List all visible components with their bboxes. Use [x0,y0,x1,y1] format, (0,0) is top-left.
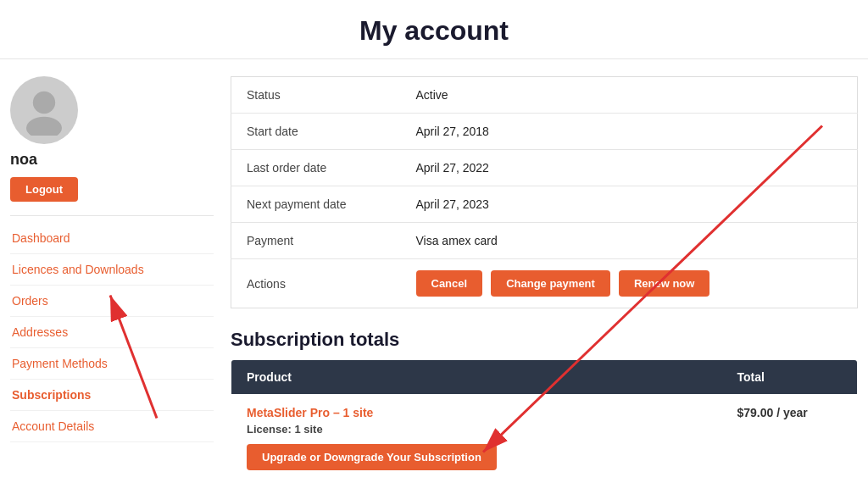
logout-button[interactable]: Logout [10,177,78,202]
license-label: License: [247,423,292,436]
value-last-order: April 27, 2022 [401,150,858,186]
svg-point-0 [33,92,55,114]
table-row: Last order date April 27, 2022 [231,150,858,186]
actions-cell: Cancel Change payment Renew now [401,259,858,308]
main-content: Status Active Start date April 27, 2018 … [231,76,858,483]
subscription-totals-table: Product Total MetaSlider Pro – 1 site Li… [231,359,858,483]
sidebar-item-subscriptions[interactable]: Subscriptions [10,380,214,411]
sidebar-link-payment-methods[interactable]: Payment Methods [10,348,214,379]
sidebar: noa Logout Dashboard Licences and Downlo… [10,76,214,483]
product-cell: MetaSlider Pro – 1 site License: 1 site … [231,394,722,483]
svg-point-1 [26,117,62,136]
label-status: Status [231,77,401,114]
col-header-product: Product [231,360,722,395]
sidebar-item-payment-methods[interactable]: Payment Methods [10,348,214,380]
col-header-total: Total [722,360,858,395]
sidebar-item-addresses[interactable]: Addresses [10,317,214,348]
sidebar-navigation: Dashboard Licences and Downloads Orders … [10,215,214,442]
table-row: Next payment date April 27, 2023 [231,186,858,223]
renew-now-button[interactable]: Renew now [619,270,710,297]
subscription-totals-heading: Subscription totals [231,329,858,351]
username-label: noa [10,151,37,169]
sidebar-item-licences[interactable]: Licences and Downloads [10,254,214,286]
product-license: License: 1 site [247,423,707,436]
table-row: Start date April 27, 2018 [231,114,858,150]
value-status: Active [401,77,858,114]
sidebar-link-licences[interactable]: Licences and Downloads [10,254,214,285]
sidebar-item-account-details[interactable]: Account Details [10,411,214,442]
sidebar-item-dashboard[interactable]: Dashboard [10,223,214,254]
table-header-row: Product Total [231,360,858,395]
label-actions: Actions [231,259,401,308]
user-icon [19,85,70,136]
label-payment: Payment [231,223,401,259]
avatar [10,76,78,144]
sidebar-link-account-details[interactable]: Account Details [10,411,214,441]
value-start-date: April 27, 2018 [401,114,858,150]
product-name: MetaSlider Pro – 1 site [247,406,707,419]
cancel-button[interactable]: Cancel [416,270,483,297]
value-payment: Visa amex card [401,223,858,259]
subscription-info-table: Status Active Start date April 27, 2018 … [231,76,858,308]
sidebar-link-subscriptions[interactable]: Subscriptions [10,380,214,410]
subscription-product-row: MetaSlider Pro – 1 site License: 1 site … [231,394,858,483]
label-start-date: Start date [231,114,401,150]
subscription-totals-section: Subscription totals Product Total MetaSl… [231,329,858,483]
table-row-actions: Actions Cancel Change payment Renew now [231,259,858,308]
label-last-order: Last order date [231,150,401,186]
license-value: 1 site [294,423,322,436]
upgrade-downgrade-button[interactable]: Upgrade or Downgrade Your Subscription [247,444,497,470]
page-title: My account [0,15,868,47]
change-payment-button[interactable]: Change payment [491,270,610,297]
value-next-payment: April 27, 2023 [401,186,858,223]
table-row: Payment Visa amex card [231,223,858,259]
avatar-area: noa Logout [10,76,214,202]
sidebar-link-orders[interactable]: Orders [10,286,214,316]
label-next-payment: Next payment date [231,186,401,223]
sidebar-item-orders[interactable]: Orders [10,286,214,317]
product-total: $79.00 / year [722,394,858,483]
action-buttons: Cancel Change payment Renew now [416,270,843,297]
table-row: Status Active [231,77,858,114]
sidebar-link-dashboard[interactable]: Dashboard [10,223,214,253]
page-header: My account [0,0,868,59]
sidebar-link-addresses[interactable]: Addresses [10,317,214,347]
